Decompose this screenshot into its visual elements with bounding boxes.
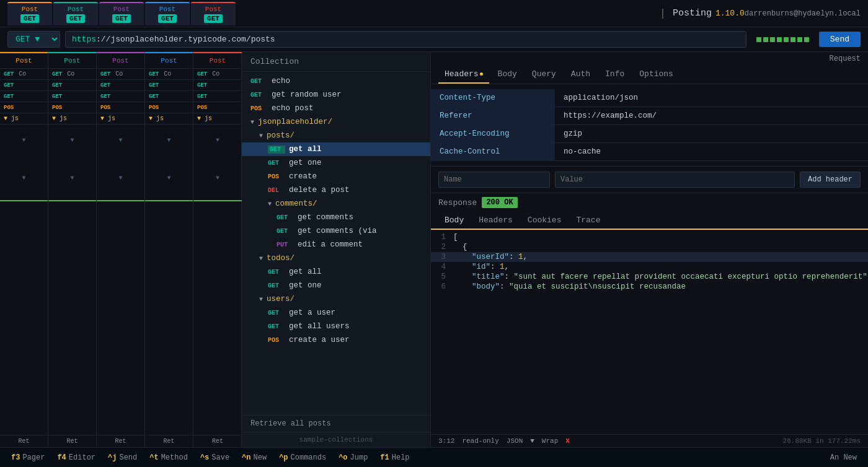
- hist-item-3-2[interactable]: GET: [97, 80, 144, 91]
- tab-query[interactable]: Query: [526, 66, 562, 84]
- hist-item-5-4[interactable]: POS: [193, 102, 242, 113]
- col-item-get-all-users[interactable]: GET get all users: [242, 320, 430, 333]
- chevron-down-icon[interactable]: ▼: [530, 437, 534, 445]
- hist-item-3-4[interactable]: POS: [97, 102, 144, 113]
- col-item-random-user[interactable]: GET get random user: [242, 88, 430, 102]
- col-item-create[interactable]: POS create: [242, 170, 430, 183]
- col-item-get-all[interactable]: GET get all: [242, 142, 430, 156]
- hist-item-2-2[interactable]: GET: [48, 80, 96, 91]
- col-item-create-user[interactable]: POS create a user: [242, 333, 430, 347]
- tab-post-2[interactable]: Post GET: [53, 2, 98, 25]
- col-item-name: get random user: [272, 90, 342, 99]
- hist-item-4-1[interactable]: GET Co: [145, 69, 193, 80]
- header-row-referer[interactable]: Referer https://example.com/: [431, 107, 868, 125]
- app-version: 1.10.0: [715, 9, 745, 18]
- col-item-todos-get-one[interactable]: GET get one: [242, 279, 430, 292]
- add-header-button[interactable]: Add header: [800, 172, 861, 188]
- hist-item-2-4[interactable]: POS: [48, 102, 96, 113]
- resp-mode: read-only: [462, 437, 498, 445]
- hist-item-3-1[interactable]: GET Co: [97, 69, 144, 80]
- col-item-get-comments[interactable]: GET get comments: [242, 211, 430, 224]
- status-f1-help[interactable]: f1 Help: [374, 453, 415, 462]
- hist-item-1-1[interactable]: GET Co: [0, 69, 48, 80]
- col-item-get-comments-via[interactable]: GET get comments (via: [242, 224, 430, 238]
- resp-tab-trace[interactable]: Trace: [570, 212, 606, 229]
- tab-post-3[interactable]: Post GET: [99, 2, 144, 25]
- tab-info[interactable]: Info: [599, 66, 631, 84]
- resp-tab-cookies[interactable]: Cookies: [521, 212, 568, 229]
- response-tabs: Body Headers Cookies Trace: [431, 212, 868, 230]
- hist-item-1-5[interactable]: ▼ js: [0, 113, 48, 124]
- status-f3-pager[interactable]: f3 Pager: [5, 453, 51, 462]
- hist-item-5-5[interactable]: ▼ js: [193, 113, 242, 124]
- hist-item-5-3[interactable]: GET: [193, 91, 242, 102]
- status-cp-commands[interactable]: ^p Commands: [273, 453, 332, 462]
- hist-spacer-4: ▼: [145, 124, 193, 156]
- header-value-input[interactable]: [555, 172, 795, 188]
- tab-auth[interactable]: Auth: [565, 66, 596, 84]
- hist-item-5-1[interactable]: GET Co: [193, 69, 242, 80]
- col-item-echo[interactable]: GET echo: [242, 74, 430, 88]
- col-item-get-user[interactable]: GET get a user: [242, 306, 430, 320]
- tab-post-1[interactable]: Post GET: [7, 2, 52, 25]
- hist-item-3-3[interactable]: GET: [97, 91, 144, 102]
- status-ct-method[interactable]: ^t Method: [143, 453, 194, 462]
- col-item-edit-comment[interactable]: PUT edit a comment: [242, 238, 430, 251]
- status-cn-new[interactable]: ^n New: [236, 453, 273, 462]
- resp-x-button[interactable]: X: [565, 437, 570, 445]
- resp-tab-headers[interactable]: Headers: [472, 212, 519, 229]
- hist-item-3-5[interactable]: ▼ js: [97, 113, 144, 124]
- json-viewer[interactable]: 1 [ 2 { 3 "userId": 1, 4 "id": 1, 5: [431, 230, 868, 434]
- tab-headers[interactable]: Headers: [438, 66, 489, 84]
- hist-item-4-3[interactable]: GET: [145, 91, 193, 102]
- hist-item-4-2[interactable]: GET: [145, 80, 193, 91]
- col-item-todos-get-all[interactable]: GET get all: [242, 265, 430, 279]
- right-panel: Request Headers Body Query Auth Info Opt…: [431, 52, 868, 447]
- header-name-input[interactable]: [438, 172, 550, 188]
- hist-item-2-1[interactable]: GET Co: [48, 69, 96, 80]
- dot-1: [756, 37, 761, 42]
- send-button[interactable]: Send: [819, 32, 861, 47]
- response-section: Response 200 OK Body Headers Cookies Tra…: [431, 193, 868, 447]
- col-folder-comments[interactable]: ▼ comments/: [242, 197, 430, 211]
- col-folder-jsonplaceholder[interactable]: ▼ jsonplaceholder/: [242, 115, 430, 129]
- tab-post-4[interactable]: Post GET: [145, 2, 190, 25]
- url-bar: GET ▼ POST PUT DELETE https ://jsonplace…: [0, 27, 868, 52]
- header-row-accept-encoding[interactable]: Accept-Encoding gzip: [431, 125, 868, 143]
- tab-options[interactable]: Options: [633, 66, 680, 84]
- col-item-delete[interactable]: DEL delete a post: [242, 183, 430, 197]
- resp-tab-body[interactable]: Body: [438, 212, 470, 229]
- tab-body[interactable]: Body: [492, 66, 523, 84]
- hist-item-5-2[interactable]: GET: [193, 80, 242, 91]
- col-folder-todos[interactable]: ▼ todos/: [242, 251, 430, 265]
- hist-item-1-3[interactable]: GET: [0, 91, 48, 102]
- header-value-cache-control: no-cache: [555, 143, 868, 161]
- send-label: Send: [119, 453, 137, 462]
- status-cs-save[interactable]: ^s Save: [194, 453, 236, 462]
- col-folder-users[interactable]: ▼ users/: [242, 292, 430, 306]
- header-row-content-type[interactable]: Content-Type application/json: [431, 89, 868, 107]
- status-co-jump[interactable]: ^o Jump: [332, 453, 374, 462]
- response-header-row: Response 200 OK: [431, 193, 868, 212]
- col-item-get-one[interactable]: GET get one: [242, 156, 430, 170]
- header-row-cache-control[interactable]: Cache-Control no-cache: [431, 143, 868, 161]
- status-f4-editor[interactable]: f4 Editor: [51, 453, 102, 462]
- status-cj-send[interactable]: ^j Send: [102, 453, 143, 462]
- history-col-4: Post GET Co GET GET POS ▼ js ▼ ▼ Ret: [145, 52, 193, 447]
- hist-item-1-2[interactable]: GET: [0, 80, 48, 91]
- col-folder-posts[interactable]: ▼ posts/: [242, 129, 430, 142]
- tab-post-5[interactable]: Post GET: [191, 2, 236, 25]
- hist-item-2-5[interactable]: ▼ js: [48, 113, 96, 124]
- line-num-3: 3: [431, 253, 453, 261]
- col-item-echo-post[interactable]: POS echo post: [242, 102, 430, 115]
- hist-item-4-4[interactable]: POS: [145, 102, 193, 113]
- method-get-icon: GET: [250, 92, 268, 98]
- method-get-icon: GET: [268, 282, 285, 289]
- hist-header-2: Post: [48, 53, 96, 69]
- hist-item-1-4[interactable]: POS: [0, 102, 48, 113]
- hist-item-2-3[interactable]: GET: [48, 91, 96, 102]
- hist-item-4-5[interactable]: ▼ js: [145, 113, 193, 124]
- method-select[interactable]: GET ▼ POST PUT DELETE: [7, 31, 60, 48]
- resp-wrap[interactable]: Wrap: [542, 437, 558, 445]
- loading-indicator: [751, 37, 814, 42]
